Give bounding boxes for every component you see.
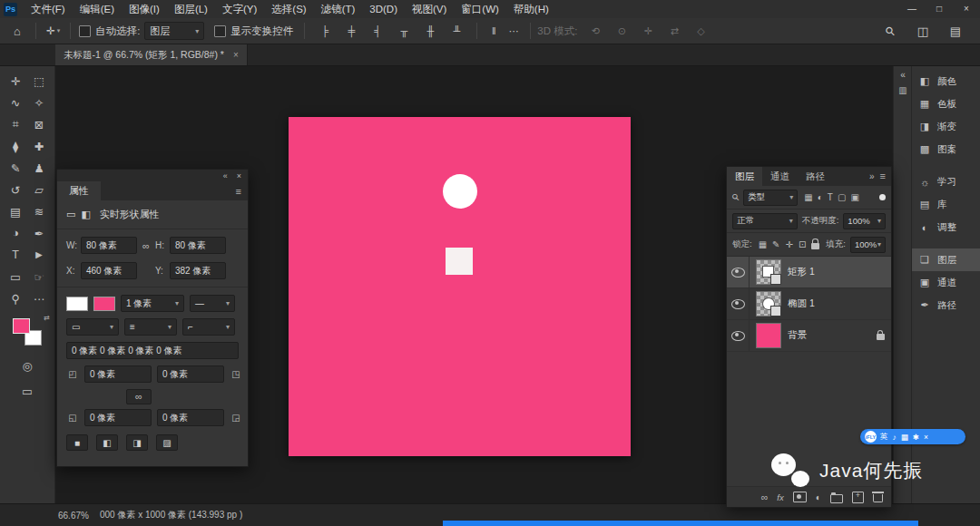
corner-topright-field[interactable]: 0 像素 (157, 365, 224, 383)
filter-toggle[interactable] (879, 194, 886, 200)
lock-transparent-icon[interactable]: ▦ (759, 239, 767, 249)
align-center-v-icon[interactable]: ╫ (420, 25, 440, 36)
menu-edit[interactable]: 编辑(E) (73, 0, 122, 18)
tool-frame[interactable]: ⊠ (27, 113, 51, 135)
dock-item-adjustments[interactable]: ◐调整 (912, 216, 980, 239)
menu-window[interactable]: 窗口(W) (454, 0, 506, 18)
stroke-swatch[interactable] (93, 297, 115, 311)
tool-type[interactable]: T (4, 244, 27, 266)
document-info[interactable]: 000 像素 x 1000 像素 (143.993 pp ) (100, 509, 242, 521)
auto-select-checkbox[interactable] (79, 25, 91, 37)
menu-threed[interactable]: 3D(D) (362, 0, 405, 18)
align-left-icon[interactable]: ╞ (315, 25, 335, 36)
current-tool-icon[interactable]: ✛ ▾ (43, 24, 64, 37)
tab-properties[interactable]: 属性 (57, 181, 101, 200)
home-icon[interactable]: ⌂ (5, 24, 29, 38)
pan-3d-icon[interactable]: ✛ (638, 25, 658, 37)
stroke-option-2[interactable]: ≡▾ (124, 318, 177, 336)
tool-history-brush[interactable]: ↺ (4, 179, 27, 200)
align-right-icon[interactable]: ╡ (368, 25, 387, 36)
tool-quick-select[interactable]: ✧ (27, 92, 51, 113)
filter-type-dropdown[interactable]: 类型 ▾ (743, 190, 798, 206)
fill-dropdown[interactable]: 100% ▾ (850, 237, 886, 253)
menu-select[interactable]: 选择(S) (264, 0, 313, 18)
layer-row[interactable]: 背景 (727, 320, 891, 352)
layer-row[interactable]: 椭圆 1 (727, 288, 891, 320)
fill-swatch[interactable] (66, 297, 88, 311)
y-field[interactable]: 382 像素 (170, 262, 226, 279)
layer-row[interactable]: 矩形 1 (727, 257, 891, 288)
dock-item-swatches[interactable]: ▦色板 (912, 93, 980, 115)
tool-marquee[interactable]: ⬚ (27, 70, 51, 92)
menu-type[interactable]: 文字(Y) (215, 0, 264, 18)
star-icon[interactable]: ✱ (913, 433, 919, 442)
menu-view[interactable]: 视图(V) (405, 0, 454, 18)
dock-item-gradients[interactable]: ◨渐变 (912, 115, 980, 138)
visibility-toggle[interactable] (727, 257, 750, 287)
restore-button[interactable]: □ (926, 0, 953, 18)
intersect-shapes-button[interactable]: ◨ (126, 434, 148, 451)
stroke-style-dropdown[interactable]: — ▾ (190, 295, 235, 312)
minimize-button[interactable]: — (898, 0, 926, 18)
dock-item-layers[interactable]: ❏图层 (912, 248, 980, 271)
more-options-icon[interactable]: ⋯ (504, 25, 524, 37)
tool-move[interactable]: ✛ (4, 70, 27, 92)
tab-close-icon[interactable]: × (233, 50, 239, 60)
screen-mode-icon[interactable]: ▭ (15, 380, 39, 402)
panel-grid-icon[interactable]: ▥ (898, 85, 906, 95)
layer-effects-icon[interactable]: fx (777, 492, 783, 502)
panels-layout-icon[interactable]: ▤ (944, 24, 967, 38)
zoom-level[interactable]: 66.67% (58, 511, 89, 521)
tool-path-select[interactable]: ► (27, 244, 51, 266)
tool-healing[interactable]: ✚ (27, 135, 51, 157)
new-adjustment-icon[interactable]: ◐ (816, 492, 821, 502)
menu-filter[interactable]: 滤镜(T) (314, 0, 363, 18)
auto-select-target-dropdown[interactable]: 图层 ▾ (144, 22, 204, 40)
combine-shapes-button[interactable]: ■ (66, 434, 88, 451)
tool-gradient[interactable]: ▤ (4, 200, 27, 222)
corner-bottomright-field[interactable]: 0 像素 (157, 409, 224, 426)
stroke-option-1[interactable]: ▭▾ (66, 318, 119, 336)
dock-item-libraries[interactable]: ▤库 (912, 193, 980, 216)
tool-hand[interactable]: ☞ (27, 266, 51, 287)
artboard[interactable] (289, 117, 631, 456)
link-layers-icon[interactable]: ∞ (761, 492, 769, 502)
tab-layers[interactable]: 图层 (727, 167, 762, 186)
tool-crop[interactable]: ⌗ (4, 113, 27, 135)
dock-item-learn[interactable]: ☼学习 (912, 170, 980, 193)
tool-pen[interactable]: ✒ (27, 222, 51, 244)
language-icon[interactable]: 英 (880, 432, 888, 443)
visibility-toggle[interactable] (727, 288, 750, 319)
menu-image[interactable]: 图像(I) (122, 0, 167, 18)
menu-layer[interactable]: 图层(L) (167, 0, 215, 18)
panel-menu-icon[interactable]: ≡ (236, 186, 248, 197)
zoom-3d-icon[interactable]: ◇ (691, 25, 710, 37)
add-mask-icon[interactable] (793, 492, 807, 502)
width-field[interactable]: 80 像素 (81, 237, 137, 254)
show-transform-checkbox[interactable] (214, 25, 226, 37)
photoshop-logo-icon[interactable]: Ps (4, 3, 17, 16)
dock-item-paths[interactable]: ✒路径 (912, 294, 980, 317)
close-button[interactable]: × (953, 0, 980, 18)
link-dimensions-icon[interactable]: ∞ (137, 240, 155, 251)
delete-layer-icon[interactable] (873, 494, 883, 502)
filter-pixel-icon[interactable]: ▦ (804, 192, 812, 202)
lock-pixels-icon[interactable]: ✎ (772, 239, 779, 249)
workspace-icon[interactable]: ◫ (911, 24, 935, 38)
blend-mode-dropdown[interactable]: 正常 ▾ (732, 213, 798, 229)
filter-adjustment-icon[interactable]: ◐ (818, 192, 823, 202)
tool-clone-stamp[interactable]: ♟ (27, 157, 51, 179)
subtract-shape-button[interactable]: ◧ (96, 434, 118, 451)
search-icon[interactable]: ⚲ (877, 18, 904, 44)
dock-item-patterns[interactable]: ▩图案 (912, 138, 980, 161)
canvas-circle[interactable] (443, 174, 477, 209)
exclude-shapes-button[interactable]: ▨ (156, 434, 178, 451)
speaker-icon[interactable]: ♪ (893, 433, 897, 442)
tool-eyedropper[interactable]: ⧫ (4, 135, 27, 157)
corner-bottomleft-field[interactable]: 0 像素 (84, 409, 152, 426)
dock-item-color[interactable]: ◧颜色 (912, 70, 980, 93)
layers-menu-icon[interactable]: ≡ (878, 167, 891, 186)
tool-rectangle[interactable]: ▭ (4, 266, 27, 287)
tab-paths[interactable]: 路径 (798, 167, 833, 186)
tool-zoom[interactable]: ⚲ (4, 287, 27, 309)
